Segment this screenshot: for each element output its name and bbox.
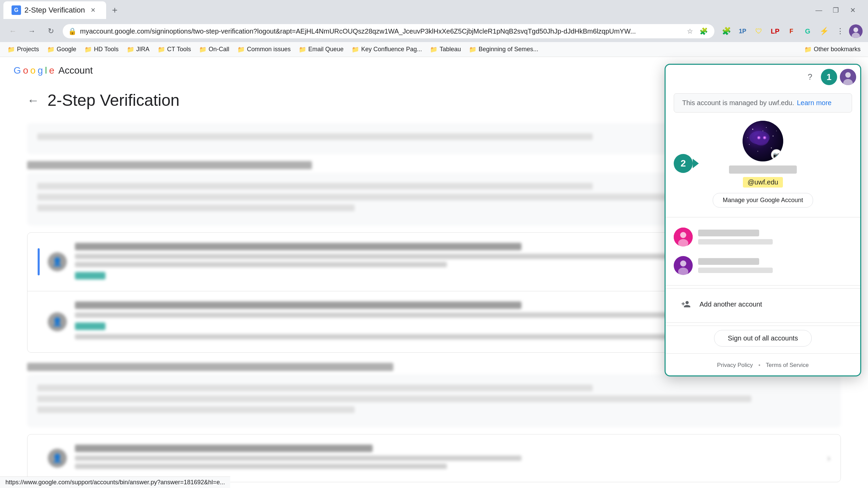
active-tab[interactable]: G 2-Step Verification ✕ [3,1,106,19]
bookmark-other[interactable]: 📁 Other bookmarks [801,44,864,55]
bookmark-common-issues[interactable]: 📁 Common issues [234,44,294,55]
divider-3 [666,323,860,323]
method-desc-1 [75,254,670,259]
bookmark-label: Key Confluence Pag... [361,46,422,53]
maximize-button[interactable]: ❐ [831,5,841,15]
learn-more-link[interactable]: Learn more [797,99,831,107]
add-account-label: Add another account [699,300,762,308]
url-text: myaccount.google.com/signinoptions/two-s… [80,27,681,35]
refresh-button[interactable]: ↻ [43,24,58,39]
bookmark-label: Email Queue [308,46,343,53]
bookmark-star-icon[interactable]: ☆ [685,26,695,37]
bookmark-oncall[interactable]: 📁 On-Call [196,44,233,55]
extensions-icon[interactable]: 🧩 [698,26,709,37]
bookmark-label: Common issues [247,46,291,53]
grammarly-icon[interactable]: G [800,24,815,39]
bookmark-tableau[interactable]: 📁 Tableau [427,44,464,55]
svg-point-10 [773,136,774,137]
profile-header-button[interactable] [840,69,856,85]
tab-close-button[interactable]: ✕ [88,5,98,15]
back-button[interactable]: ← [5,24,20,39]
forward-button[interactable]: → [24,24,39,39]
folder-icon: 📁 [237,46,245,53]
account-email-blur [698,239,773,245]
sign-out-button[interactable]: Sign out of all accounts [714,330,812,347]
active-indicator [38,248,40,275]
chrome-menu-icon[interactable]: ⋮ [833,24,848,39]
svg-point-4 [845,72,851,78]
lastpass-icon[interactable]: LP [768,24,783,39]
bookmark-google[interactable]: 📁 Google [44,44,80,55]
svg-point-14 [763,131,763,131]
window-controls: — ❐ ✕ [814,5,865,15]
manage-account-button[interactable]: Manage your Google Account [713,193,813,208]
footer-separator: • [758,362,761,369]
bookmark-label: Tableau [439,46,461,53]
bookmark-hdtools[interactable]: 📁 HD Tools [81,44,122,55]
svg-point-26 [680,260,686,267]
camera-badge[interactable]: 📷 [771,149,782,160]
folder-icon: 📁 [469,46,476,53]
svg-point-11 [749,144,750,145]
extensions-puzzle-icon[interactable]: 🧩 [719,24,734,39]
browser-chrome: G 2-Step Verification ✕ + — ❐ ✕ ← → ↻ 🔒 … [0,0,868,57]
norton-icon[interactable]: 🛡 [751,24,766,39]
url-bar[interactable]: 🔒 myaccount.google.com/signinoptions/two… [62,24,715,39]
svg-point-9 [766,127,767,128]
privacy-policy-link[interactable]: Privacy Policy [717,362,753,369]
back-arrow[interactable]: ← [27,93,39,108]
tab-bar: G 2-Step Verification ✕ + — ❐ ✕ [0,0,868,20]
svg-point-23 [680,232,686,238]
divider-1 [666,217,860,217]
help-icon-button[interactable]: ? [802,69,818,85]
terms-of-service-link[interactable]: Terms of Service [766,362,809,369]
minimize-button[interactable]: — [814,5,824,15]
method-avatar-3: 👤 [48,449,67,468]
account-name-blur [698,230,759,236]
new-tab-button[interactable]: + [107,2,123,18]
other-account-1[interactable] [674,223,852,251]
tab-title: 2-Step Verification [24,6,85,15]
svg-point-16 [747,137,748,138]
method-desc-4 [75,334,670,339]
folder-icon: 📁 [47,46,55,53]
folder-icon: 📁 [804,46,812,53]
extra-extension-icon[interactable]: ⚡ [816,24,831,39]
method-item-3[interactable]: 👤 › [27,434,841,482]
other-account-info-1 [698,230,852,245]
close-window-button[interactable]: ✕ [848,5,858,15]
main-content: Google Account ← 2-Step Verification [0,57,868,488]
folder-icon: 📁 [127,46,134,53]
account-email-blur-2 [698,268,773,273]
foxit-icon[interactable]: F [784,24,799,39]
other-account-2[interactable] [674,251,852,280]
svg-point-20 [758,137,760,139]
account-text: Account [58,65,93,76]
status-bar: https://www.google.com/support/accounts/… [0,476,230,488]
other-accounts-section [666,220,860,282]
profile-button[interactable] [849,24,863,38]
sign-out-section: Sign out of all accounts [666,326,860,351]
1password-icon[interactable]: 1P [735,24,750,39]
bookmark-label: HD Tools [94,46,119,53]
bookmark-email-queue[interactable]: 📁 Email Queue [295,44,347,55]
google-logo: Google [14,65,54,76]
bookmark-projects[interactable]: 📁 Projects [4,44,42,55]
blurred-header [27,161,312,169]
svg-point-1 [853,27,858,32]
divider-2 [666,285,860,286]
tab-favicon: G [12,5,21,15]
bookmark-beginning-of-semes[interactable]: 📁 Beginning of Semes... [466,44,541,55]
add-account-button[interactable]: Add another account [674,291,852,317]
bookmark-confluence[interactable]: 📁 Key Confluence Pag... [348,44,425,55]
blurred-content-3 [27,374,841,427]
method-desc-3 [75,312,670,318]
bookmark-cttools[interactable]: 📁 CT Tools [154,44,194,55]
method-title [75,243,521,250]
svg-point-13 [757,151,758,152]
account-number-header-badge: 1 [821,69,837,85]
bookmarks-bar: 📁 Projects 📁 Google 📁 HD Tools 📁 JIRA 📁 … [0,42,868,57]
action-buttons-section: Add another account [666,288,860,320]
method-desc-2 [75,262,447,267]
bookmark-jira[interactable]: 📁 JIRA [123,44,153,55]
